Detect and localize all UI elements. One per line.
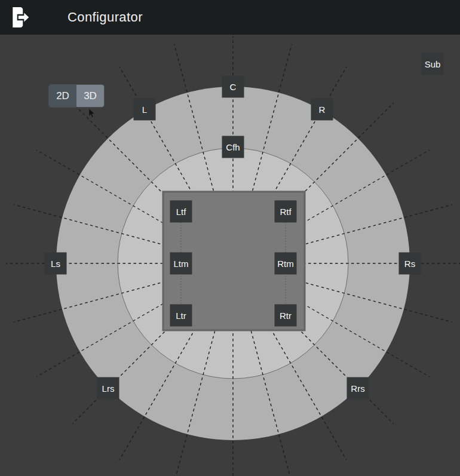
view-3d-button[interactable]: 3D [76, 85, 104, 107]
speaker-label-rtm[interactable]: Rtm [275, 253, 297, 275]
exit-door-icon[interactable] [11, 7, 29, 28]
page-title: Configurator [68, 10, 143, 25]
speaker-label-ls[interactable]: Ls [45, 253, 67, 275]
speaker-label-sub[interactable]: Sub [422, 53, 444, 75]
speaker-label-cfh[interactable]: Cfh [222, 136, 244, 158]
exit-door-icon-glyph [11, 7, 29, 28]
speaker-map: CLRCfhLsRsLrsRrsSubLtfRtfLtmRtmLtrRtr 2D… [0, 35, 460, 476]
speaker-label-rrs[interactable]: Rrs [347, 377, 369, 400]
configurator-window: Configurator CLRCfhLsRsLrsRrsSubLtfRtfLt… [0, 0, 460, 476]
speaker-label-rtr[interactable]: Rtr [275, 305, 297, 327]
speaker-label-c[interactable]: C [222, 76, 244, 98]
speaker-label-ltf[interactable]: Ltf [170, 201, 192, 223]
view-2d-button[interactable]: 2D [49, 85, 76, 107]
app-header: Configurator [0, 0, 460, 35]
speaker-label-rtf[interactable]: Rtf [275, 201, 297, 223]
speaker-label-rs[interactable]: Rs [399, 253, 421, 275]
speaker-label-ltr[interactable]: Ltr [170, 305, 192, 327]
speaker-label-ltm[interactable]: Ltm [170, 253, 192, 275]
speaker-label-l[interactable]: L [134, 99, 156, 121]
speaker-label-r[interactable]: R [311, 99, 333, 121]
view-mode-toggle: 2D 3D [49, 85, 104, 107]
speaker-label-lrs[interactable]: Lrs [97, 377, 119, 400]
